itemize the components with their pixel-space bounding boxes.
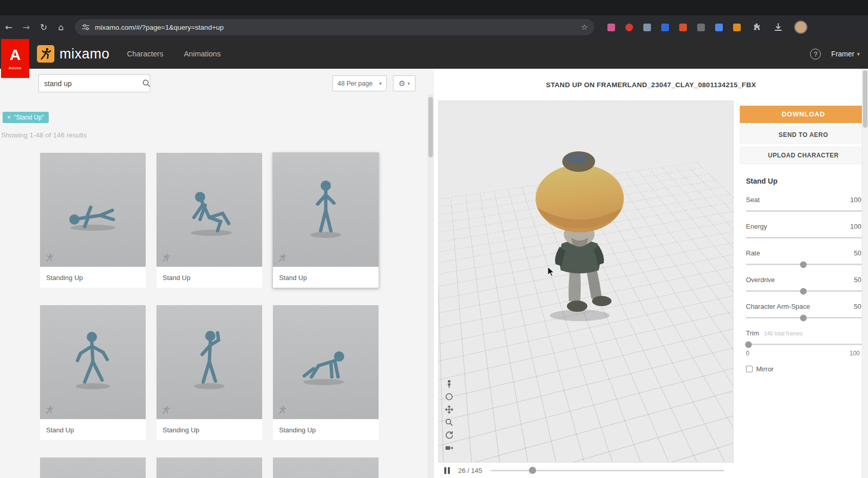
animation-card[interactable]: Stand Up [156,153,262,288]
parameter-value: 50 [854,249,861,257]
character-model[interactable] [526,146,636,326]
character-pose-figure [290,170,362,247]
animation-card[interactable] [40,457,146,478]
search-box[interactable] [38,74,150,92]
parameter-value: 50 [854,276,861,284]
trim-label: Trim [746,329,759,337]
animation-card-label: Stand Up [40,419,146,440]
mixamo-brand-text[interactable]: mixamo [60,46,110,62]
timeline-thumb[interactable] [529,467,536,474]
zoom-tool-icon[interactable] [445,418,453,427]
per-page-select[interactable]: 48 Per page ▾ [332,75,387,91]
parameter-value: 50 [854,303,861,310]
orbit-tool-icon[interactable] [445,392,453,401]
character-pose-figure [57,170,129,247]
trim-total-frames-note: 146 total frames [764,330,802,336]
send-to-aero-button[interactable]: SEND TO AERO [740,126,867,144]
account-menu[interactable]: Framer ▾ [831,50,860,58]
animation-card[interactable]: Standing Up [156,305,262,440]
profile-avatar[interactable] [794,21,807,34]
search-icon[interactable] [142,79,151,88]
animation-thumbnail [156,457,262,478]
parameter-slider-track[interactable] [746,317,868,318]
account-name: Framer [831,50,854,58]
playback-bar: 26 / 145 [438,463,734,478]
gear-icon: ⚙ [399,79,405,88]
animation-thumbnail [273,457,379,478]
download-manager-extension-icon[interactable] [661,24,669,31]
trim-start-thumb[interactable] [745,341,752,348]
animation-runner-icon [45,253,54,263]
url-text[interactable]: mixamo.com/#/?page=1&query=stand+up [95,24,581,31]
window-scrollbar-thumb[interactable] [863,70,867,128]
trim-slider-track[interactable] [746,344,868,345]
rotate-tool-icon[interactable] [445,431,453,440]
parameter-slider-track[interactable] [746,210,868,212]
character-pose-figure [57,323,129,400]
viewer-region: STAND UP ON FRAMERLAND_23047_CLAY_080113… [434,69,868,478]
mirror-option: Mirror [746,365,868,373]
nav-animations[interactable]: Animations [184,50,221,58]
parameter-label: Character Arm-Space [746,303,810,310]
parameter-slider-track[interactable] [746,290,868,292]
animation-settings-sidebar: DOWNLOAD SEND TO AERO UPLOAD CHARACTER S… [739,101,868,478]
pause-button[interactable] [444,467,450,474]
reload-icon[interactable]: ↻ [35,22,52,32]
animation-thumbnail [40,305,146,419]
extensions-puzzle-icon[interactable] [752,23,761,32]
animation-card[interactable]: Stand Up [273,153,379,288]
adobe-wordmark: Adobe [9,66,22,70]
camera-tool-icon[interactable] [445,444,453,452]
chevron-down-icon: ▾ [379,81,382,86]
window-scrollbar[interactable] [862,69,868,478]
mixamo-logo-icon[interactable] [37,45,54,63]
parameter-label: Overdrive [746,276,775,284]
animation-thumbnail [156,305,262,419]
parameter-slider-track[interactable] [746,264,868,265]
tab-manager-extension-icon[interactable] [733,24,741,31]
search-input[interactable] [39,79,142,88]
adobe-logo[interactable]: A Adobe [1,39,29,78]
nav-characters[interactable]: Characters [127,50,164,58]
animation-card[interactable] [273,457,379,478]
adblock-extension-icon[interactable] [625,24,633,31]
parameter-slider-thumb[interactable] [800,314,806,321]
site-settings-icon[interactable] [81,23,90,32]
pan-tool-icon[interactable] [445,405,453,414]
mirror-checkbox[interactable] [746,366,753,372]
animation-card[interactable]: Standing Up [273,305,379,440]
help-icon[interactable]: ? [810,49,821,59]
mouse-cursor [547,266,555,277]
forward-icon[interactable]: → [17,22,35,32]
home-icon[interactable]: ⌂ [52,22,70,32]
chip-close-icon[interactable]: × [7,114,11,121]
skeleton-tool-icon[interactable] [445,380,453,388]
bookmark-star-icon[interactable]: ☆ [581,23,588,32]
results-summary: Showing 1-48 of 146 results [1,131,87,139]
reader-extension-icon[interactable] [679,24,687,31]
parameter-slider-thumb[interactable] [800,288,806,294]
animation-runner-icon [278,253,287,263]
upload-character-button[interactable]: UPLOAD CHARACTER [740,147,867,164]
character-pose-figure [173,323,245,400]
timeline-slider[interactable] [490,470,724,471]
3d-viewport[interactable] [438,101,734,463]
address-bar[interactable]: mixamo.com/#/?page=1&query=stand+up ☆ [75,19,594,35]
animation-card[interactable]: Standing Up [40,153,146,288]
shield-extension-icon[interactable] [643,24,651,31]
results-scrollbar[interactable] [427,94,434,478]
parameter-slider-thumb[interactable] [800,261,806,268]
character-pose-figure [290,323,362,400]
download-button[interactable]: DOWNLOAD [740,106,867,123]
paint-extension-icon[interactable] [607,24,615,31]
back-icon[interactable]: ← [0,22,17,32]
screenshot-extension-icon[interactable] [697,24,705,31]
settings-button[interactable]: ⚙ ▾ [393,75,416,91]
filter-chip-stand-up[interactable]: × "Stand Up" [3,112,49,123]
translate-extension-icon[interactable] [715,24,723,31]
parameter-slider-track[interactable] [746,237,868,238]
results-scrollbar-thumb[interactable] [428,97,433,157]
animation-card[interactable]: Stand Up [40,305,146,440]
animation-card[interactable] [156,457,262,478]
downloads-icon[interactable] [774,23,783,32]
